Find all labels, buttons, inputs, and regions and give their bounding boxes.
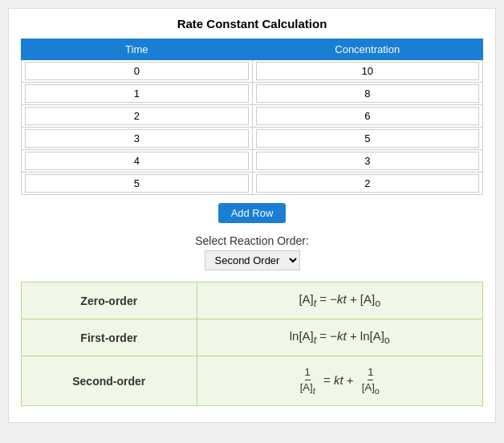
concentration-input-0[interactable] [256, 62, 480, 80]
reaction-order-label: Select Reaction Order: [21, 234, 483, 247]
fraction-2: 1 [A]o [362, 366, 380, 396]
table-row [22, 83, 483, 105]
time-input-5[interactable] [25, 174, 249, 193]
table-row [22, 128, 483, 150]
concentration-input-5[interactable] [256, 174, 480, 193]
concentration-input-2[interactable] [256, 107, 480, 125]
add-row-button[interactable]: Add Row [218, 203, 287, 223]
time-input-3[interactable] [25, 129, 249, 148]
zero-order-label: Zero-order [22, 282, 197, 319]
page-title: Rate Constant Calculation [21, 17, 483, 30]
table-row [22, 150, 483, 173]
time-header: Time [22, 39, 253, 60]
add-row-section: Add Row [21, 203, 483, 223]
table-row [22, 60, 483, 83]
reaction-order-select[interactable]: Zero Order First Order Second Order [205, 250, 300, 270]
concentration-header: Concentration [252, 39, 483, 60]
time-input-0[interactable] [25, 62, 249, 80]
table-row [22, 105, 483, 128]
concentration-input-1[interactable] [256, 84, 480, 103]
formula-table: Zero-order [A]t = −kt + [A]o First-order… [21, 282, 483, 406]
second-order-formula: 1 [A]t = kt + 1 [A]o [197, 356, 483, 406]
zero-order-formula: [A]t = −kt + [A]o [197, 282, 483, 319]
first-order-formula: ln[A]t = −kt + ln[A]o [197, 319, 483, 356]
time-input-2[interactable] [25, 107, 249, 125]
table-row [22, 173, 483, 195]
time-input-1[interactable] [25, 84, 249, 103]
time-input-4[interactable] [25, 152, 249, 170]
second-order-label: Second-order [22, 356, 197, 406]
fraction-1: 1 [A]t [300, 366, 315, 396]
data-table: Time Concentration [21, 39, 483, 195]
concentration-input-3[interactable] [256, 129, 480, 148]
reaction-order-section: Select Reaction Order: Zero Order First … [21, 234, 483, 270]
table-row: Second-order 1 [A]t = kt + 1 [A]o [22, 356, 483, 406]
table-row: First-order ln[A]t = −kt + ln[A]o [22, 319, 483, 356]
first-order-label: First-order [22, 319, 197, 356]
main-container: Rate Constant Calculation Time Concentra… [8, 8, 496, 423]
table-row: Zero-order [A]t = −kt + [A]o [22, 282, 483, 319]
concentration-input-4[interactable] [256, 152, 480, 170]
